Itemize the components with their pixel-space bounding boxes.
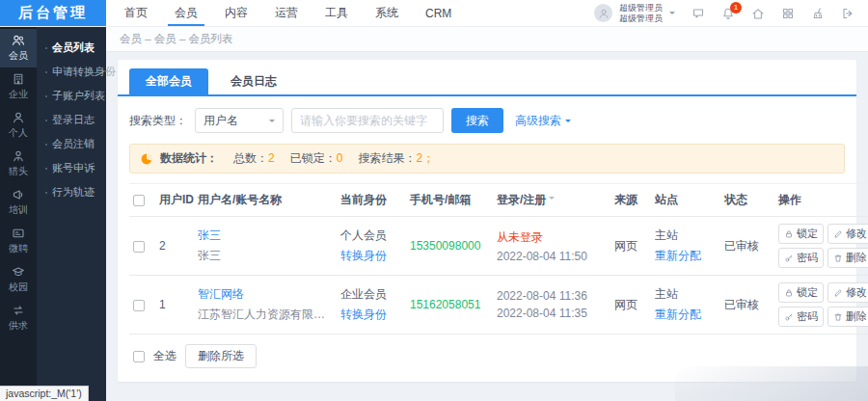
sidebar-item-personal[interactable]: 个人 [0,106,37,145]
select-all-checkbox[interactable] [133,351,145,362]
edit-button[interactable]: 修改 [827,224,868,244]
cell-name: 张三 张三 [194,217,337,276]
member-list-card: 全部会员 会员日志 搜索类型： 用户名 搜索 高级搜索 [118,60,856,382]
building-icon [12,72,25,86]
bullet-dot [45,47,47,49]
sidebar-item-headhunter[interactable]: 猎头 [0,145,37,183]
chevron-down-icon [669,12,675,17]
home-icon[interactable] [751,7,765,20]
nav-item-operation[interactable]: 运营 [272,0,301,26]
logout-icon[interactable] [841,7,854,20]
bullet-dot [45,168,47,170]
password-button[interactable]: 密码 [778,307,824,327]
nav-item-member[interactable]: 会员 [172,0,201,26]
table-row: 1 智汇网络 江苏智汇人力资源有限公司 企业会员 转换身份 1516205805… [129,276,868,334]
pencil-icon [833,229,843,239]
delete-button[interactable]: 删除 [827,248,868,268]
sidebar-item-enterprise[interactable]: 企业 [0,67,37,106]
search-type-select[interactable]: 用户名 [195,108,284,133]
exchange-arrows-icon [12,304,25,317]
browser-status-bar: javascript:_M('1') [0,386,89,401]
table-row: 2 张三 张三 个人会员 转换身份 15350098000 从未登录 2022 [129,217,868,276]
submenu-item-behavior-track[interactable]: 行为轨迹 [37,180,106,204]
password-button[interactable]: 密码 [778,248,824,268]
convert-identity-link[interactable]: 转换身份 [340,307,402,323]
submenu-label: 账号申诉 [52,161,95,175]
cell-site: 主站 重新分配 [651,217,720,276]
col-login[interactable]: 登录/注册 [493,184,610,217]
tab-bar: 全部会员 会员日志 [118,60,856,96]
row-checkbox[interactable] [133,241,145,253]
delete-selected-button[interactable]: 删除所选 [185,344,257,368]
cell-login: 从未登录 2022-08-04 11:50 [493,217,610,276]
site-value: 主站 [655,227,717,244]
stats-result-value: 2； [416,151,434,165]
sidebar-item-campus[interactable]: 校园 [0,260,37,299]
submenu-item-account-appeal[interactable]: 账号申诉 [37,156,106,180]
nav-item-crm[interactable]: CRM [422,0,454,26]
site-value: 主站 [655,286,717,303]
stats-total-label: 总数： [233,151,268,165]
sidebar-item-member[interactable]: 会员 [0,29,37,67]
submenu-item-login-log[interactable]: 登录日志 [37,108,106,132]
submenu-label: 行为轨迹 [52,185,95,200]
breadcrumb: 会员 – 会员 – 会员列表 [106,27,868,52]
key-icon [784,312,794,322]
app-logo: 后台管理 [0,0,106,26]
submenu-item-member-cancel[interactable]: 会员注销 [37,132,106,156]
col-user-id[interactable]: 用户ID [155,184,194,217]
submenu-label: 会员注销 [52,137,95,151]
cell-identity: 个人会员 转换身份 [337,217,406,276]
header-checkbox[interactable] [133,195,145,206]
member-name-link[interactable]: 张三 [198,227,333,244]
search-button[interactable]: 搜索 [451,108,503,133]
bullet-dot [45,144,47,146]
sort-caret-icon [549,197,555,202]
key-icon [784,254,794,263]
submenu-item-member-list[interactable]: 会员列表 [37,36,106,60]
rail-label: 校园 [9,281,28,294]
submenu-item-subaccounts[interactable]: 子账户列表 [37,84,106,108]
apps-grid-icon[interactable] [781,7,795,20]
advanced-search-link[interactable]: 高级搜索 [515,113,571,129]
notification-badge: 1 [730,2,742,13]
clear-cache-icon[interactable] [811,7,825,20]
lock-button[interactable]: 锁定 [778,224,824,244]
nav-item-home[interactable]: 首页 [122,0,150,26]
top-nav: 首页 会员 内容 运营 工具 系统 CRM [106,0,454,26]
reassign-link[interactable]: 重新分配 [655,307,717,323]
bell-icon[interactable]: 1 [721,7,735,20]
convert-identity-link[interactable]: 转换身份 [340,248,402,264]
search-input[interactable] [291,108,444,133]
sidebar-item-supply-demand[interactable]: 供求 [0,299,37,337]
sidebar-icon-rail: 会员 企业 个人 猎头 培训 微聘 校园 供求 [0,27,37,401]
message-icon[interactable] [692,7,705,20]
last-login: 从未登录 [497,229,607,246]
reassign-link[interactable]: 重新分配 [655,248,717,264]
lock-button[interactable]: 锁定 [778,282,824,303]
nav-item-tools[interactable]: 工具 [322,0,351,26]
megaphone-icon [12,188,25,201]
delete-button[interactable]: 删除 [827,307,868,327]
cell-phone: 15162058051 [406,276,493,334]
sidebar-item-micro-hire[interactable]: 微聘 [0,222,37,260]
member-account: 张三 [198,248,333,264]
identity-value: 个人会员 [340,227,402,244]
phone-value: 15162058051 [410,298,480,311]
submenu-item-identity-request[interactable]: 申请转换身份 [37,60,106,84]
member-table: 用户ID 用户名/账号名称 当前身份 手机号/邮箱 登录/注册 来源 站点 状态… [129,183,868,334]
sidebar-item-training[interactable]: 培训 [0,183,37,222]
nav-item-system[interactable]: 系统 [372,0,401,26]
tab-member-log[interactable]: 会员日志 [214,68,293,94]
pie-chart-icon [140,152,153,166]
bullet-dot [45,95,47,97]
nav-item-content[interactable]: 内容 [222,0,251,26]
identity-value: 企业会员 [340,286,402,303]
user-menu[interactable]: 超级管理员 超级管理员 [594,3,675,24]
member-name-link[interactable]: 智汇网络 [198,286,333,303]
stats-bar: 数据统计： 总数：2 已锁定：0 搜索结果：2； [129,144,845,174]
row-checkbox[interactable] [133,300,145,311]
trash-icon [833,254,843,263]
tab-all-members[interactable]: 全部会员 [129,68,208,94]
edit-button[interactable]: 修改 [827,282,868,303]
